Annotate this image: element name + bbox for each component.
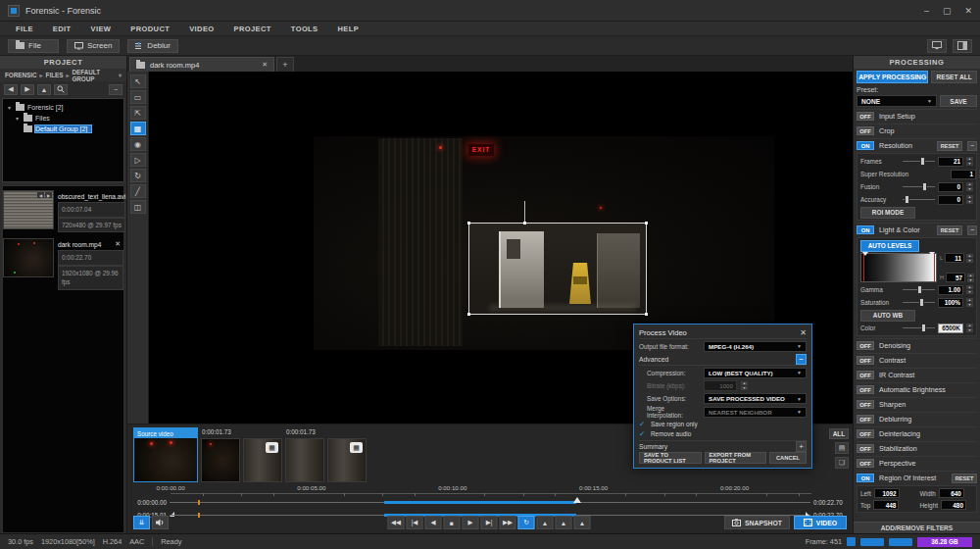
filter-label[interactable]: Contrast xyxy=(879,356,906,365)
thumb-next-button[interactable]: ▶ xyxy=(45,192,52,198)
save-to-product-list-button[interactable]: SAVE TO PRODUCT LIST xyxy=(639,452,702,464)
export-from-project-button[interactable]: EXPORT FROM PROJECT xyxy=(705,452,767,464)
maximize-button[interactable]: ▢ xyxy=(943,6,952,16)
region-select-tool[interactable]: ▦ xyxy=(130,122,146,135)
toggle-off[interactable]: OFF xyxy=(857,356,874,365)
auto-levels-button[interactable]: AUTO LEVELS xyxy=(860,240,919,252)
levels-low-spinner[interactable]: ▲▼ xyxy=(966,254,973,263)
gamma-slider[interactable] xyxy=(903,285,935,294)
reset-all-button[interactable]: RESET ALL xyxy=(931,71,977,83)
frames-slider[interactable] xyxy=(903,157,935,166)
levels-low-value[interactable]: 11 xyxy=(945,253,964,263)
auto-wb-button[interactable]: AUTO WB xyxy=(860,310,915,322)
super-resolution-value[interactable]: 1 xyxy=(951,170,976,179)
accuracy-spinner[interactable]: ▲▼ xyxy=(966,195,973,204)
saturation-spinner[interactable]: ▲▼ xyxy=(966,298,973,307)
roi-mode-button[interactable]: ROI MODE xyxy=(860,207,915,219)
fusion-value[interactable]: 0 xyxy=(938,182,963,192)
accuracy-slider[interactable] xyxy=(903,195,935,204)
nav-back-button[interactable]: ◀ xyxy=(4,84,18,95)
preset-dropdown[interactable]: NONE▼ xyxy=(857,95,937,107)
clip-thumbnail[interactable] xyxy=(285,438,324,482)
fusion-slider[interactable] xyxy=(903,182,935,191)
snapshot-tool[interactable]: ◉ xyxy=(130,137,146,151)
selection-segment[interactable] xyxy=(384,501,576,504)
collapse-section-button[interactable]: − xyxy=(967,225,977,235)
thumb-prev-button[interactable]: ◀ xyxy=(37,192,44,198)
crumb-files[interactable]: FILES xyxy=(46,72,64,78)
gamma-value[interactable]: 1.00 xyxy=(938,285,963,295)
output-format-dropdown[interactable]: MPEG-4 (H.264)▼ xyxy=(704,341,807,352)
roi-top-value[interactable]: 448 xyxy=(873,500,899,510)
pan-tool[interactable]: ⇱ xyxy=(130,106,146,120)
saturation-value[interactable]: 100% xyxy=(938,298,963,308)
toggle-off[interactable]: OFF xyxy=(857,400,874,409)
summary-expand-button[interactable]: + xyxy=(796,441,807,452)
bitrate-field[interactable]: 1000 xyxy=(704,380,737,391)
dialog-close-button[interactable]: ✕ xyxy=(800,328,807,337)
filter-label[interactable]: IR Contrast xyxy=(879,371,914,379)
color-value[interactable]: 6500K xyxy=(938,324,963,333)
video-export-button[interactable]: VIDEO xyxy=(794,516,847,529)
toggle-off[interactable]: OFF xyxy=(857,459,874,468)
menu-help[interactable]: HELP xyxy=(328,25,369,33)
tree-node-default-group[interactable]: Default Group [2] xyxy=(5,124,122,134)
toggle-off[interactable]: OFF xyxy=(857,371,874,379)
roi-width-value[interactable]: 640 xyxy=(939,488,964,498)
toggle-off[interactable]: OFF xyxy=(857,126,874,135)
collapse-panel-button[interactable]: − xyxy=(109,84,122,95)
tab-dark-room[interactable]: dark room.mp4 ✕ xyxy=(129,57,274,72)
nav-up-button[interactable]: ▲ xyxy=(37,84,51,95)
menu-video[interactable]: VIDEO xyxy=(179,25,223,33)
fusion-spinner[interactable]: ▲▼ xyxy=(966,182,973,191)
roi-left-value[interactable]: 1092 xyxy=(874,488,900,498)
video-capture-tool[interactable]: ▷ xyxy=(130,153,146,167)
filter-label[interactable]: Crop xyxy=(879,126,895,135)
timeline-ruler[interactable]: 0:00:00.00 0:00:05.00 0:00:10.00 0:00:15… xyxy=(171,484,811,494)
new-tab-button[interactable]: + xyxy=(276,57,294,72)
minimize-button[interactable]: – xyxy=(924,6,929,16)
tab-close-icon[interactable]: ✕ xyxy=(262,61,268,69)
menu-tools[interactable]: TOOLS xyxy=(281,25,328,33)
levels-high-spinner[interactable]: ▲▼ xyxy=(967,274,974,282)
playhead-marker[interactable] xyxy=(573,497,581,503)
filter-label[interactable]: Deinterlacing xyxy=(879,429,920,438)
preset-save-button[interactable]: SAVE xyxy=(940,95,977,107)
cancel-button[interactable]: CANCEL xyxy=(769,452,807,464)
all-clips-button[interactable]: ALL xyxy=(829,428,849,439)
search-button[interactable] xyxy=(54,84,68,95)
menu-view[interactable]: VIEW xyxy=(81,25,122,33)
color-spinner[interactable]: ▲▼ xyxy=(966,324,973,332)
rotate-tool[interactable]: ↻ xyxy=(130,169,146,182)
play-button[interactable]: ▶ xyxy=(463,516,479,529)
menu-file[interactable]: FILE xyxy=(6,25,43,33)
menu-edit[interactable]: EDIT xyxy=(43,25,81,33)
filter-label[interactable]: Stabilization xyxy=(879,444,917,453)
compression-dropdown[interactable]: LOW (BEST QUALITY)▼ xyxy=(704,368,807,378)
reset-button[interactable]: RESET xyxy=(937,141,962,151)
layers-button[interactable]: ❏ xyxy=(835,457,849,469)
frames-spinner[interactable]: ▲▼ xyxy=(966,157,973,166)
auto-scroll-button[interactable]: ⇊ xyxy=(133,516,150,529)
timeline-track-source[interactable]: 0:00:00.00 0:00:22.70 xyxy=(131,496,849,508)
file-item-dark-room[interactable]: dark room.mp4 0:00:22.70 1920x1080 @ 29.… xyxy=(3,238,123,290)
menu-project[interactable]: PROJECT xyxy=(224,25,281,33)
toggle-on[interactable]: ON xyxy=(857,141,874,150)
nav-forward-button[interactable]: ▶ xyxy=(21,84,34,95)
file-item-obscured-text[interactable]: ◀▶ obscured_text_llena.avi 0:00:07.04 72… xyxy=(3,190,123,232)
file-button[interactable]: File xyxy=(8,39,59,53)
filter-label[interactable]: Input Setup xyxy=(879,112,915,121)
remove-audio-checkbox[interactable]: ✓ Remove audio xyxy=(639,429,807,438)
marker-clear-button[interactable]: ▲ xyxy=(574,516,591,529)
filter-label[interactable]: Region Of Interest xyxy=(879,474,936,482)
toggle-off[interactable]: OFF xyxy=(857,444,874,453)
toggle-off[interactable]: OFF xyxy=(857,112,874,121)
apply-processing-button[interactable]: APPLY PROCESSING xyxy=(857,71,928,83)
reset-button[interactable]: RESET xyxy=(937,225,962,235)
marker-in-button[interactable]: ▲ xyxy=(537,516,554,529)
snapshot-button[interactable]: SNAPSHOT xyxy=(724,516,790,529)
filter-label[interactable]: Denoising xyxy=(879,341,910,350)
measure-tool[interactable]: ╱ xyxy=(130,184,146,198)
clip-thumbnail[interactable] xyxy=(201,438,240,482)
pointer-tool[interactable]: ↖ xyxy=(130,75,146,88)
